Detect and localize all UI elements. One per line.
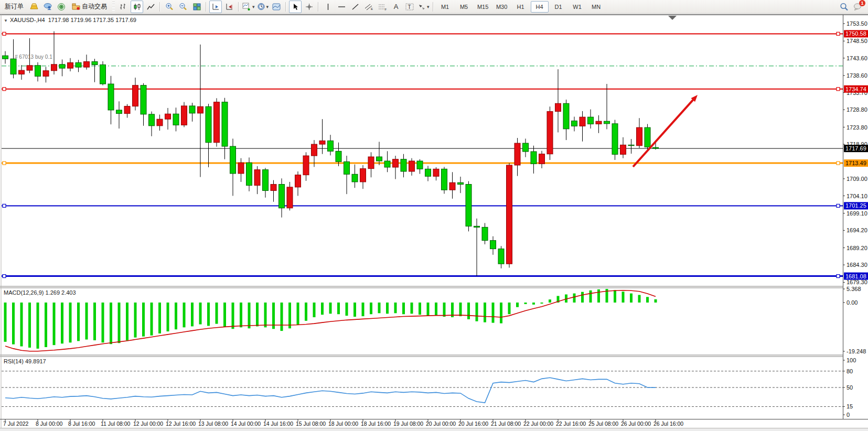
macd-histogram-bar	[126, 303, 128, 340]
zoom-in-icon[interactable]	[163, 1, 176, 13]
timeframe-button-m5[interactable]: M5	[455, 1, 473, 13]
candle-body	[263, 170, 269, 191]
macd-histogram-bar	[353, 303, 356, 317]
toolbar-grip	[112, 2, 115, 12]
line-handle[interactable]	[837, 275, 840, 278]
candle-body	[328, 141, 334, 151]
timeframe-button-d1[interactable]: D1	[550, 1, 567, 13]
macd-indicator-label: MACD(12,26,9) 1.269 2.403	[4, 289, 76, 296]
macd-histogram-bar	[581, 292, 584, 303]
notifications-icon[interactable]: 1	[851, 1, 864, 13]
macd-histogram-bar	[4, 303, 7, 342]
line-handle[interactable]	[837, 32, 840, 35]
candle-body	[490, 241, 496, 249]
candle	[181, 102, 187, 127]
macd-histogram-bar	[630, 294, 633, 303]
candle-body	[401, 159, 406, 171]
candlestick-chart-type-icon[interactable]	[131, 1, 143, 13]
rsi-value: 49.8917	[25, 358, 46, 364]
signals-icon[interactable]	[55, 1, 68, 13]
candle-body	[247, 163, 252, 185]
line-handle[interactable]	[837, 204, 840, 207]
date-scale-area[interactable]	[0, 419, 868, 428]
timeframe-button-w1[interactable]: W1	[569, 1, 586, 13]
line-handle[interactable]	[3, 32, 6, 35]
macd-histogram-bar	[508, 303, 511, 314]
price-scale-area[interactable]	[843, 15, 868, 419]
line-chart-type-icon[interactable]	[144, 1, 157, 13]
line-handle[interactable]	[3, 204, 6, 207]
line-handle[interactable]	[837, 88, 840, 91]
timeframe-button-m15[interactable]: M15	[474, 1, 492, 13]
macd-histogram-bar	[256, 303, 259, 326]
trendline-tool-icon[interactable]	[349, 1, 361, 13]
candle-body	[10, 59, 16, 74]
candle-body	[254, 170, 260, 186]
crosshair-tool-icon[interactable]	[303, 1, 315, 13]
candle-body	[653, 147, 659, 148]
one-click-trading-arrow-icon[interactable]: ▼	[4, 18, 8, 23]
timeframe-button-h1[interactable]: H1	[512, 1, 530, 13]
indicators-icon[interactable]: ▾	[242, 1, 255, 13]
candle-body	[173, 114, 179, 125]
macd-histogram-bar	[61, 303, 63, 343]
svg-text:T: T	[408, 4, 411, 10]
auto-trading-button[interactable]: 自动交易	[69, 1, 110, 13]
macd-histogram-bar	[402, 303, 405, 314]
symbol-period-label: XAUUSD-,H4	[10, 17, 45, 23]
timeframe-button-mn[interactable]: MN	[587, 1, 605, 13]
macd-histogram-bar	[207, 303, 210, 326]
candle-body	[124, 106, 130, 114]
timeframe-button-h4[interactable]: H4	[531, 1, 549, 13]
deposit-icon[interactable]	[28, 1, 40, 13]
macd-histogram-bar	[467, 303, 470, 319]
templates-icon[interactable]	[270, 1, 283, 13]
line-handle[interactable]	[837, 161, 840, 165]
candle-body	[312, 144, 317, 156]
auto-scroll-icon[interactable]	[209, 1, 222, 13]
macd-histogram-bar	[411, 303, 413, 314]
candle	[100, 61, 106, 85]
macd-histogram-bar	[532, 303, 535, 305]
macd-histogram-bar	[370, 303, 372, 314]
horizontal-line-tool-icon[interactable]	[335, 1, 348, 13]
rsi-indicator-label: RSI(14) 49.8917	[4, 358, 46, 364]
fibonacci-tool-icon[interactable]: F	[376, 1, 389, 13]
timeframe-button-m30[interactable]: M30	[493, 1, 511, 13]
dropdown-arrow-icon: ▾	[266, 4, 269, 9]
candle-body	[198, 106, 203, 113]
periods-clock-icon[interactable]: ▾	[256, 1, 270, 13]
auto-trading-label: 自动交易	[82, 2, 107, 11]
tile-windows-icon[interactable]	[190, 1, 203, 13]
zoom-out-icon[interactable]	[177, 1, 189, 13]
macd-histogram-bar	[232, 303, 234, 329]
candle-body	[596, 121, 602, 124]
new-order-button[interactable]: 新订单	[2, 1, 27, 13]
equidistant-channel-tool-icon[interactable]: E	[362, 1, 375, 13]
macd-histogram-bar	[378, 303, 381, 313]
text-tool-icon[interactable]: A	[390, 1, 402, 13]
dropdown-arrow-icon: ▾	[427, 4, 430, 9]
toolbar-separator	[159, 2, 160, 12]
macd-histogram-bar	[337, 303, 340, 314]
line-handle[interactable]	[3, 161, 6, 165]
arrows-shapes-tool-icon[interactable]: ▾	[417, 1, 430, 13]
line-handle[interactable]	[3, 275, 6, 278]
macd-histogram-bar	[419, 303, 421, 315]
bar-chart-type-icon[interactable]	[117, 1, 130, 13]
candle-body	[523, 143, 529, 152]
macd-histogram-bar	[20, 303, 23, 347]
cursor-tool-icon[interactable]	[289, 1, 302, 13]
chart-shift-icon[interactable]	[223, 1, 235, 13]
account-cloud-icon[interactable]	[41, 1, 54, 13]
candle-body	[474, 226, 480, 227]
macd-histogram-bar	[45, 303, 47, 347]
macd-histogram-bar	[134, 303, 137, 338]
search-icon[interactable]	[838, 1, 850, 13]
main-plot-area[interactable]	[2, 15, 843, 286]
timeframe-button-m1[interactable]: M1	[436, 1, 454, 13]
line-handle[interactable]	[3, 88, 6, 91]
candle-body	[547, 112, 553, 154]
vertical-line-tool-icon[interactable]	[322, 1, 334, 13]
text-label-tool-icon[interactable]: T	[403, 1, 416, 13]
